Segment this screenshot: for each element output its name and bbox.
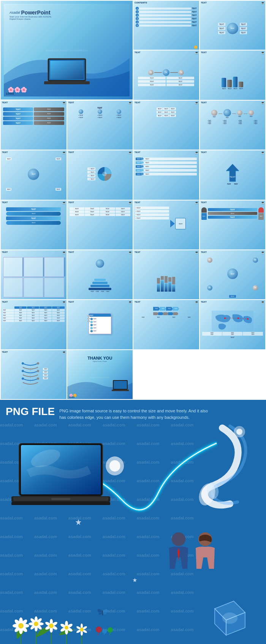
product-name: PowerPoint [21,9,51,16]
svg-point-17 [22,370,24,372]
svg-point-18 [37,370,39,372]
laptop-image [11,443,118,521]
svg-marker-6 [226,164,239,182]
svg-point-19 [22,377,24,380]
slide-grid-buttons: TEXT TEXT TEXT TEXT TEXT TEXT TEXT TEXT … [1,101,66,150]
png-title: PNG FILE [6,406,55,418]
slide-notebook: TEXT TEXT 1 [67,300,133,349]
slide-arrow-up: TEXT TEXT TEXT TEXT 💻 [200,150,266,199]
png-description: PNG image format source is easy to contr… [59,406,211,420]
svg-point-70 [34,622,38,626]
subtitle: Digital Dream Utopia [10,18,52,20]
svg-rect-36 [11,502,110,505]
png-header: PNG FILE PNG image format source is easy… [6,406,260,420]
slide-circle-center: TEXT TEXT TEXT TEXT TEXT TEXT 💻 [1,150,66,199]
slide-pie-chart: TEXT → TEXT → TEXT → TEXT → TEXT 💻 [67,150,133,199]
watermark: asadal.com asadal.com asadal.com [46,49,88,52]
slide-3d-bars: TEXT TEXT TEXT TEXT TEXT [200,51,266,99]
cube-decoration [200,597,249,644]
svg-point-84 [65,626,68,630]
contents-item-6: 6 TEXT [136,24,197,27]
contents-item-3: 3 TEXT [136,14,197,17]
slide-3d-boxes: TEXT 💻 [1,250,66,299]
slide-contents: CONTENTS 1 TEXT 2 TEXT 3 TEXT [133,1,199,50]
slide-thankyou: THANK YOU Digital Dream Utopia 🌸🌼 LOGO a… [67,350,133,399]
svg-line-93 [98,633,99,635]
svg-point-47 [222,612,238,624]
svg-point-15 [22,362,24,365]
contents-item-5: 5 TEXT [136,21,197,24]
slide-persons: TEXT TEXT TEXT TEXT TEXT TEXT [200,200,266,249]
svg-rect-23 [112,390,129,391]
contents-item-1: 1 TEXT [136,7,197,10]
svg-rect-2 [44,81,90,84]
flowers-decoration [6,605,97,644]
brand-name: Asadal [10,11,20,14]
slide-text-flowchart: TEXT TX TX TX TEXT TEXT TEXT TEXT TEXT T… [133,51,199,99]
slide-hero: 🌸🌸🌸 Asadal PowerPoint Start your Interne… [1,1,133,99]
svg-point-41 [172,532,185,546]
png-section: asadal.com asadal.com asadal.com asadal.… [0,400,266,644]
svg-line-95 [104,634,104,635]
slide-balls-row: TEXT TEXT TEXT TEXT [200,101,266,150]
slide-bar-chart: TEXT [133,250,199,299]
contents-item-4: 4 TEXT [136,17,197,20]
svg-point-91 [80,628,84,631]
svg-point-92 [96,627,102,633]
svg-point-96 [108,627,113,633]
svg-point-94 [102,629,107,634]
svg-point-20 [37,377,39,380]
slide-text-sphere: TEXT TEXT TEXT TEXT TEXT TEXT TEXT TEXT … [200,1,266,50]
svg-point-5 [102,172,107,176]
svg-text:TEXT: TEXT [230,176,236,178]
slides-grid: 🌸🌸🌸 Asadal PowerPoint Start your Interne… [0,0,266,400]
svg-point-40 [236,429,242,435]
thank-you-text: THANK YOU [87,356,112,360]
slide-big-table: TEXT TEXT TEXT TEXT TEXT TEXT TEXT TEXT … [1,300,66,349]
contents-title: CONTENTS [135,2,147,4]
slide-world-map: TEXT T [200,300,266,349]
svg-marker-27 [133,578,137,582]
svg-point-16 [37,362,39,365]
svg-rect-3 [50,61,84,79]
people-figures [162,531,222,586]
svg-point-61 [18,623,24,628]
slide-orbit: TEXT TEXT TX TX TX TX TEXT 💻 [200,250,266,299]
slide-chain: TEXT TEXT TEXT TEXT TEXT TEXT TEXT TEXT … [133,101,199,150]
slide-layers: TEXT TEXT TEXT TEXT TEXT 💻 [1,200,66,249]
contents-item-2: 2 TEXT [136,10,197,13]
slide-arrows-horiz: TEXT TEXT TEXT TEXT TEXT [133,300,199,349]
swirl-decoration [146,424,256,517]
png-preview-area: asadal.com asadal.com asadal.com asadal.… [6,424,260,644]
slide-ribbon: TEXT TEXT TEXT TEXT TEXT TEXT TEXT [133,150,199,199]
slide-steps: TEXT • TEXT • TEXT • TEXT • TEXT 💻 [67,250,133,299]
slide-dna: TEXT [1,350,66,399]
svg-rect-22 [114,381,127,389]
svg-rect-35 [51,498,70,500]
butterfly-decoration [97,607,108,618]
slide-arrows-list: TEXT • TEXT • TEXT • TEXT • TEXT TEXT 💻 [133,200,199,249]
slide-sphere-grid: TEXT TEXT • TEXT • TEXT • TEXT • TEXT [67,101,133,150]
slide-grid-table: TEXT TEXT TEXT TEXT TEXT TEXT TEXT TEXT … [67,200,133,249]
logo-label: LOGO [6,92,14,95]
svg-point-77 [49,623,54,628]
svg-line-97 [109,633,110,635]
